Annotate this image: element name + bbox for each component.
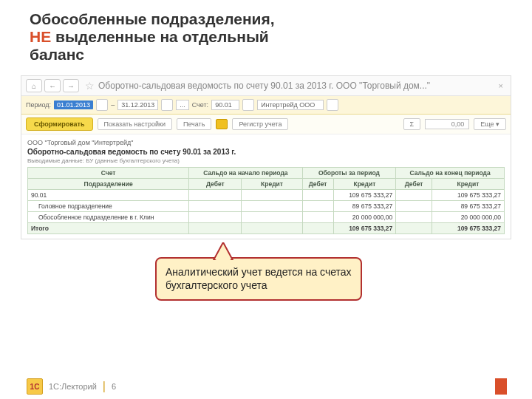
col-credit-3: Кредит [432,179,504,190]
arrow-left-icon: ← [49,82,56,90]
header-row-2: Подразделение Дебет Кредит Дебет Кредит … [28,179,505,190]
total-ec: 109 675 333,27 [432,223,504,234]
report-table: Счет Сальдо на начало периода Обороты за… [27,167,505,234]
col-saldo-begin: Сальдо на начало периода [189,168,302,179]
slide-footer: 1С 1С:Лекторий | 6 [0,378,532,395]
table-row: Головное подразделение 89 675 333,27 89 … [28,201,505,212]
title-line1: Обособленные подразделения, [30,10,275,27]
org-picker-icon[interactable] [327,99,338,111]
breadcrumb: Оборотно-сальдовая ведомость по счету 90… [98,81,496,91]
calendar-from-icon[interactable] [96,99,108,111]
slide-title: Обособленные подразделения, НЕ выделенны… [0,0,532,66]
arrow-right-icon: → [67,82,75,90]
toolbar: Сформировать Показать настройки Печать Р… [21,115,511,134]
app-window: ⌂ ← → ☆ Оборотно-сальдовая ведомость по … [21,75,511,239]
total-row: Итого 109 675 333,27 109 675 333,27 [28,223,505,234]
organization-input[interactable]: Интертрейд ООО [257,100,324,110]
close-button[interactable]: × [496,81,506,90]
footer-label: 1С:Лекторий [49,382,97,391]
report-title: Оборотно-сальдовая ведомость по счету 90… [27,148,505,156]
callout-text: Аналитический учет ведется на счетах бух… [166,266,352,291]
callout-arrow-icon [212,242,234,260]
calendar-to-icon[interactable] [161,99,173,111]
account-input[interactable]: 90.01 [211,100,239,110]
form-button[interactable]: Сформировать [26,117,93,131]
cell-tc: 20 000 000,00 [333,212,396,223]
date-from-input[interactable]: 01.01.2013 [54,100,93,109]
filter-bar: Период: 01.01.2013 – 31.12.2013 ... Счет… [21,96,511,115]
table-row: Обособленное подразделение в г. Клин 20 … [28,212,505,223]
show-settings-button[interactable]: Показать настройки [98,118,172,130]
col-account: Счет [28,168,189,179]
table-row: 90.01 109 675 333,27 109 675 333,27 [28,190,505,201]
total-tc: 109 675 333,27 [333,223,396,234]
home-button[interactable]: ⌂ [26,79,42,92]
col-turnover: Обороты за период [302,168,396,179]
title-line3: баланс [30,46,84,63]
account-label: Счет: [192,101,208,109]
envelope-icon[interactable] [216,119,228,129]
more-button[interactable]: Еще ▾ [474,118,506,130]
register-button[interactable]: Регистр учета [232,118,288,130]
cell-label: 90.01 [28,190,189,201]
company-name: ООО "Торговый дом "Интертрейд" [27,139,505,146]
col-saldo-end: Сальдо на конец периода [396,168,505,179]
total-label: Итого [28,223,189,234]
title-part2: выделенные на отдельный [51,28,269,45]
favorite-star-icon[interactable]: ☆ [85,80,95,92]
red-accent-bar [495,378,507,395]
period-picker-button[interactable]: ... [176,100,189,110]
topbar: ⌂ ← → ☆ Оборотно-сальдовая ведомость по … [21,76,511,96]
cell-tc: 109 675 333,27 [333,190,396,201]
print-button[interactable]: Печать [177,118,211,130]
period-label: Период: [26,101,51,109]
cell-tc: 89 675 333,27 [333,201,396,212]
header-row-1: Счет Сальдо на начало периода Обороты за… [28,168,505,179]
sum-display: 0,00 [425,119,469,129]
logo-icon: 1С [27,378,43,395]
col-division: Подразделение [28,179,189,190]
page-number: 6 [112,382,116,391]
sigma-button[interactable]: Σ [403,118,421,130]
date-separator: – [111,101,115,109]
cell-ec: 109 675 333,27 [432,190,504,201]
back-button[interactable]: ← [44,79,61,92]
cell-ec: 20 000 000,00 [432,212,504,223]
cell-label: Головное подразделение [28,201,189,212]
col-debit-3: Дебет [396,179,432,190]
footer-divider: | [103,380,106,393]
report-subline: Выводимые данные: БУ (данные бухгалтерск… [27,157,505,164]
col-credit-1: Кредит [242,179,302,190]
col-debit-1: Дебет [189,179,242,190]
title-highlight: НЕ [30,28,51,45]
account-picker-icon[interactable] [242,99,254,111]
col-debit-2: Дебет [302,179,333,190]
col-credit-2: Кредит [333,179,396,190]
report-area: ООО "Торговый дом "Интертрейд" Оборотно-… [21,134,511,239]
home-icon: ⌂ [32,82,36,90]
cell-label: Обособленное подразделение в г. Клин [28,212,189,223]
callout-box: Аналитический учет ведется на счетах бух… [155,257,362,301]
forward-button[interactable]: → [63,79,79,92]
cell-ec: 89 675 333,27 [432,201,504,212]
date-to-input[interactable]: 31.12.2013 [117,100,158,110]
